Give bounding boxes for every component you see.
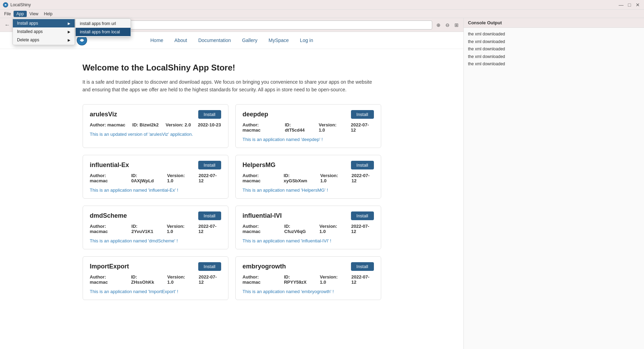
app-card: embryogrowth Install Author: macmac ID: … — [235, 256, 381, 300]
nav-documentation[interactable]: Documentation — [193, 36, 236, 44]
app-card-header: ImportExport Install — [90, 262, 221, 271]
nav-home[interactable]: Home — [145, 36, 169, 44]
app-version: Version: 1.0 — [319, 224, 344, 234]
install-button-embryogrowth[interactable]: Install — [351, 262, 374, 271]
app-name: arulesViz — [90, 111, 117, 118]
install-from-local[interactable]: install apps from local — [76, 28, 131, 36]
app-meta: Author: macmac ID: xyGSbXwn Version: 1.0… — [243, 173, 374, 183]
app-card-header: deepdep Install — [243, 110, 374, 119]
app-id: ID: CfuzV6qG — [284, 224, 312, 234]
menu-app[interactable]: App — [14, 11, 26, 17]
app-id: ID: 2YvuV1K1 — [132, 224, 160, 234]
dropdown-installed-apps[interactable]: Installed apps ▶ — [13, 27, 75, 36]
app-id: ID: Bizwi2k2 — [132, 122, 159, 127]
app-id: ID: xyGSbXwn — [284, 173, 313, 183]
app-date: 2022-07-12 — [199, 173, 221, 183]
console-line: the xml downloaded — [468, 38, 640, 46]
app-description: This is an updated version of 'arulesViz… — [90, 132, 221, 137]
app-version: Version: 2.0 — [166, 122, 191, 127]
app-meta: Author: macmac ID: Bizwi2k2 Version: 2.0… — [90, 122, 221, 127]
app-date: 2022-07-12 — [352, 173, 374, 183]
app-card: deepdep Install Author: macmac ID: dtT5c… — [235, 104, 381, 148]
install-button-influential-ex[interactable]: Install — [198, 161, 221, 169]
nav-about[interactable]: About — [169, 36, 193, 44]
welcome-text: It is a safe and trusted place to discov… — [83, 78, 381, 94]
app-description: This is an application named 'dmdScheme'… — [90, 238, 221, 243]
app-name: influential-Ex — [90, 161, 129, 169]
app-id: ID: 0AXjWpLd — [131, 173, 160, 183]
app-card-header: embryogrowth Install — [243, 262, 374, 271]
minimize-button[interactable]: — — [618, 1, 625, 8]
console-header: Console Output — [464, 18, 644, 28]
zoom-out-button[interactable]: ⊖ — [443, 21, 452, 29]
submenu-arrow-installed: ▶ — [68, 30, 70, 34]
browser-area: ← ⊕ ⊖ ⊞ Home About Documentation — [0, 18, 463, 349]
zoom-in-button[interactable]: ⊕ — [434, 21, 443, 29]
install-button-deepdep[interactable]: Install — [351, 110, 374, 119]
app-card-header: dmdScheme Install — [90, 211, 221, 220]
app-title: LocalShiny — [10, 2, 31, 7]
install-from-url[interactable]: install apps from url — [76, 19, 131, 28]
menu-view[interactable]: View — [27, 11, 41, 17]
app-date: 2022-07-12 — [199, 274, 221, 285]
console-body: the xml downloadedthe xml downloadedthe … — [464, 28, 644, 349]
app-meta: Author: macmac ID: dtT5cd44 Version: 1.0… — [243, 122, 374, 133]
install-button-influential-ivi[interactable]: Install — [351, 211, 374, 220]
install-button-importexport[interactable]: Install — [198, 262, 221, 271]
app-description: This is an application named 'influentia… — [243, 238, 374, 243]
zoom-controls: ⊕ ⊖ ⊞ — [434, 21, 461, 29]
app-description: This is an application named 'influentia… — [90, 188, 221, 193]
app-card: ImportExport Install Author: macmac ID: … — [83, 256, 228, 300]
install-button-helpersmg[interactable]: Install — [351, 161, 374, 169]
app-card-header: influential-IVI Install — [243, 211, 374, 220]
maximize-button[interactable]: □ — [626, 1, 633, 8]
app-icon — [3, 2, 8, 8]
install-button-dmdscheme[interactable]: Install — [198, 211, 221, 220]
app-author: Author: macmac — [90, 274, 124, 285]
back-button[interactable]: ← — [3, 20, 12, 30]
app-date: 2022-07-12 — [351, 224, 374, 234]
app-card: HelpersMG Install Author: macmac ID: xyG… — [235, 155, 381, 199]
app-author: Author: macmac — [243, 224, 277, 234]
app-meta: Author: macmac ID: CfuzV6qG Version: 1.0… — [243, 224, 374, 234]
page-content: Home About Documentation Gallery MySpace… — [0, 32, 463, 349]
app-description: This is an application named 'deepdep' ! — [243, 137, 374, 142]
app-card-header: HelpersMG Install — [243, 161, 374, 169]
zoom-fit-button[interactable]: ⊞ — [452, 21, 461, 29]
console-panel: Console Output the xml downloadedthe xml… — [463, 18, 644, 349]
app-dropdown-menu: Install apps ▶ Installed apps ▶ Delete a… — [12, 18, 75, 45]
menubar: File App View Help — [0, 10, 644, 18]
dropdown-install-apps[interactable]: Install apps ▶ — [13, 19, 75, 27]
nav-myspace[interactable]: MySpace — [263, 36, 294, 44]
app-name: HelpersMG — [243, 161, 276, 169]
dropdown-delete-apps[interactable]: Delete apps ▶ — [13, 36, 75, 44]
app-author: Author: macmac — [90, 122, 126, 127]
nav-login[interactable]: Log in — [294, 36, 319, 44]
app-card: influential-Ex Install Author: macmac ID… — [83, 155, 228, 199]
app-id: ID: dtT5cd44 — [285, 122, 312, 133]
app-date: 2022-07-12 — [351, 122, 374, 133]
menu-file[interactable]: File — [1, 11, 14, 17]
menu-help[interactable]: Help — [41, 11, 56, 17]
dropdown-overlay: Install apps ▶ Installed apps ▶ Delete a… — [12, 18, 75, 45]
app-author: Author: macmac — [90, 173, 124, 183]
app-card-header: influential-Ex Install — [90, 161, 221, 169]
app-version: Version: 1.0 — [319, 122, 344, 133]
nav-gallery[interactable]: Gallery — [236, 36, 263, 44]
app-name: deepdep — [243, 111, 268, 118]
close-button[interactable]: ✕ — [634, 1, 641, 8]
app-version: Version: 1.0 — [167, 224, 191, 234]
app-version: Version: 1.0 — [167, 274, 192, 285]
main-container: ← ⊕ ⊖ ⊞ Home About Documentation — [0, 18, 644, 349]
app-name: embryogrowth — [243, 263, 286, 270]
install-button-arulesviz[interactable]: Install — [198, 110, 221, 119]
app-author: Author: macmac — [243, 122, 278, 133]
welcome-title: Welcome to the LocalShiny App Store! — [83, 63, 381, 73]
titlebar: LocalShiny — □ ✕ — [0, 0, 644, 10]
app-description: This is an application named 'HelpersMG'… — [243, 188, 374, 193]
app-author: Author: macmac — [243, 274, 277, 285]
console-line: the xml downloaded — [468, 53, 640, 61]
window-controls: — □ ✕ — [618, 1, 641, 8]
app-card: influential-IVI Install Author: macmac I… — [235, 206, 381, 249]
app-version: Version: 1.0 — [320, 274, 344, 285]
